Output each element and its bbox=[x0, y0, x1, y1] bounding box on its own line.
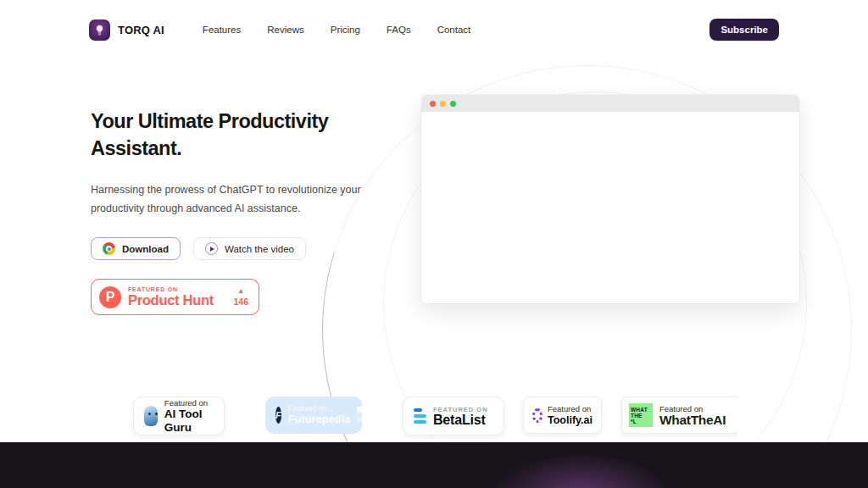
logo-line: WHAT bbox=[631, 407, 653, 413]
robot-head-icon bbox=[144, 406, 158, 426]
watch-video-button[interactable]: Watch the video bbox=[193, 237, 306, 260]
browser-window-content bbox=[421, 112, 799, 303]
upvote-triangle-icon: ▲ bbox=[237, 288, 244, 295]
watch-label: Watch the video bbox=[225, 244, 294, 254]
hero-title: Your Ultimate Productivity Assistant. bbox=[91, 108, 434, 162]
upvote-count: 146 bbox=[233, 297, 248, 307]
download-button[interactable]: Download bbox=[91, 237, 181, 260]
whattheai-logo-icon: WHAT THE *L bbox=[629, 403, 653, 427]
product-hunt-badge[interactable]: P FEATURED ON Product Hunt ▲ 146 bbox=[91, 279, 259, 315]
play-icon bbox=[205, 242, 218, 255]
logo-line: *L bbox=[631, 419, 653, 424]
badge-eyebrow: Featured on bbox=[659, 404, 726, 413]
nav-item-contact[interactable]: Contact bbox=[437, 25, 471, 35]
product-hunt-icon: P bbox=[99, 286, 121, 308]
product-hunt-title: Product Hunt bbox=[128, 292, 214, 308]
badge-betalist[interactable]: FEATURED ON BetaList bbox=[403, 396, 504, 435]
download-label: Download bbox=[122, 244, 169, 254]
bookmark-icon bbox=[357, 407, 363, 414]
browser-window-titlebar bbox=[421, 95, 799, 112]
nav-item-pricing[interactable]: Pricing bbox=[331, 25, 360, 35]
landing-page: TORQ AI Features Reviews Pricing FAQs Co… bbox=[0, 0, 868, 488]
badge-ai-tool-guru[interactable]: Featured on AI Tool Guru bbox=[133, 396, 225, 435]
traffic-light-green-icon bbox=[450, 101, 456, 107]
hero-title-line1: Your Ultimate Productivity bbox=[91, 110, 328, 132]
badge-eyebrow: Featured on bbox=[164, 398, 214, 408]
futurepedia-bookmark-count: 38 bbox=[356, 407, 363, 424]
main-nav: Features Reviews Pricing FAQs Contact bbox=[203, 25, 470, 35]
hero-section: Your Ultimate Productivity Assistant. Ha… bbox=[91, 108, 434, 315]
product-hunt-eyebrow: FEATURED ON bbox=[128, 286, 214, 292]
logo-line: THE bbox=[631, 413, 653, 419]
badge-eyebrow: Featured on bbox=[548, 404, 593, 413]
product-hunt-upvotes: ▲ 146 bbox=[233, 288, 248, 307]
list-bars-icon bbox=[414, 408, 426, 424]
nav-item-reviews[interactable]: Reviews bbox=[267, 25, 303, 35]
footer bbox=[0, 442, 868, 488]
cta-row: Download Watch the video bbox=[91, 237, 434, 260]
futurepedia-logo-icon: F bbox=[275, 407, 281, 424]
brand-name: TORQ AI bbox=[118, 24, 164, 36]
badge-futurepedia[interactable]: F Featured on Futurepedia 38 bbox=[265, 396, 362, 434]
badge-title: Toolify.ai bbox=[548, 413, 593, 427]
featured-badges-strip: Featured on AI Tool Guru F Featured on F… bbox=[131, 395, 737, 439]
nav-item-features[interactable]: Features bbox=[203, 25, 241, 35]
badge-title: WhatTheAI bbox=[659, 413, 726, 427]
badge-title: Futurepedia bbox=[288, 413, 351, 426]
hero-title-line2: Assistant. bbox=[91, 137, 181, 159]
subscribe-button[interactable]: Subscribe bbox=[709, 19, 779, 41]
badge-title: BetaList bbox=[433, 413, 488, 427]
chrome-icon bbox=[103, 242, 115, 255]
header: TORQ AI Features Reviews Pricing FAQs Co… bbox=[0, 0, 868, 59]
brand[interactable]: TORQ AI bbox=[89, 19, 164, 41]
badge-eyebrow: Featured on bbox=[288, 404, 351, 413]
product-hunt-text: FEATURED ON Product Hunt bbox=[128, 286, 214, 308]
dotted-gear-icon bbox=[532, 408, 542, 423]
badge-title: AI Tool Guru bbox=[164, 408, 214, 435]
lightbulb-icon bbox=[89, 19, 110, 41]
bookmark-count: 38 bbox=[356, 416, 363, 424]
traffic-light-yellow-icon bbox=[440, 101, 446, 107]
nav-item-faqs[interactable]: FAQs bbox=[387, 25, 411, 35]
browser-window-mockup bbox=[421, 95, 799, 303]
badge-whattheai[interactable]: WHAT THE *L Featured on WhatTheAI bbox=[621, 396, 737, 434]
hero-subtitle: Harnessing the prowess of ChatGPT to rev… bbox=[91, 181, 415, 218]
traffic-light-red-icon bbox=[430, 101, 436, 107]
badge-toolify[interactable]: Featured on Toolify.ai bbox=[523, 396, 602, 434]
